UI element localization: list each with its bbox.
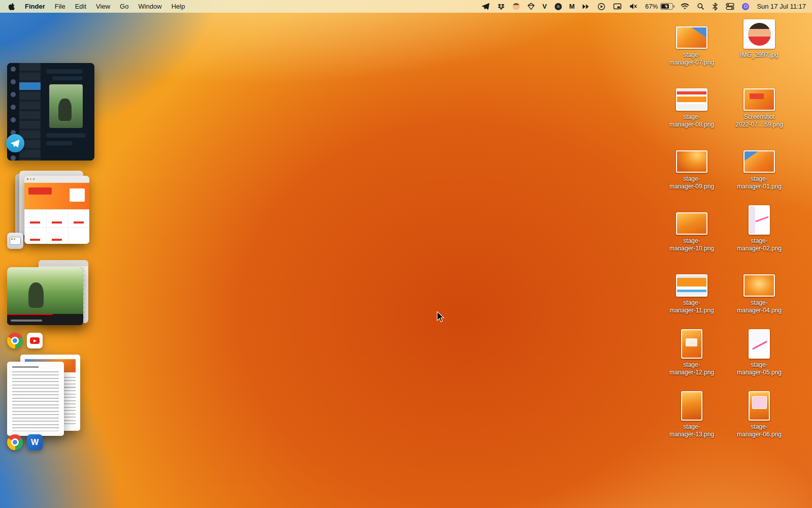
file-thumbnail bbox=[743, 88, 775, 111]
display-icon[interactable] bbox=[613, 0, 622, 13]
file-thumbnail bbox=[743, 19, 775, 49]
volume-muted-icon[interactable] bbox=[629, 0, 637, 13]
desktop-icon-stage-manager-10[interactable]: stage-manager-10.png bbox=[660, 203, 723, 252]
desktop-icon-stage-manager-04[interactable]: stage-manager-04.png bbox=[728, 265, 791, 314]
spotlight-search-icon[interactable] bbox=[697, 0, 704, 13]
file-name: stage-manager-09.png bbox=[669, 175, 714, 190]
file-name: stage-manager-02.png bbox=[737, 237, 782, 252]
telegram-icon[interactable] bbox=[482, 0, 490, 13]
menu-file[interactable]: File bbox=[55, 3, 65, 10]
file-thumbnail bbox=[749, 205, 770, 235]
desktop-icon-stage-manager-09[interactable]: stage-manager-09.png bbox=[660, 141, 723, 190]
diamond-app-icon[interactable] bbox=[527, 0, 535, 13]
document-window-thumbnail bbox=[7, 362, 64, 436]
menu-bar: Finder File Edit View Go Window Help V M bbox=[0, 0, 812, 13]
file-thumbnail bbox=[676, 150, 707, 173]
file-thumbnail bbox=[676, 88, 707, 111]
m-app-icon[interactable]: M bbox=[569, 0, 575, 13]
apple-menu[interactable] bbox=[8, 0, 15, 13]
dropbox-icon[interactable] bbox=[497, 0, 505, 13]
desktop-icon-stage-manager-08[interactable]: stage-manager-08.png bbox=[660, 79, 723, 129]
file-thumbnail bbox=[743, 274, 775, 297]
file-thumbnail bbox=[681, 391, 702, 421]
file-name: stage-manager-08.png bbox=[669, 113, 714, 129]
file-thumbnail bbox=[681, 329, 702, 359]
forward-icon[interactable] bbox=[582, 0, 590, 13]
video-window-thumbnail bbox=[7, 267, 83, 325]
battery-percent: 67% bbox=[645, 3, 658, 10]
wifi-icon[interactable] bbox=[681, 0, 689, 13]
file-name: stage-manager-06.png bbox=[737, 423, 782, 438]
file-thumbnail bbox=[749, 391, 770, 421]
file-name: stage-manager-07.png bbox=[669, 51, 714, 67]
stage-stack-youtube[interactable] bbox=[6, 260, 89, 352]
camera-app-icon[interactable] bbox=[555, 0, 562, 13]
memoji-icon[interactable] bbox=[513, 0, 520, 13]
file-thumbnail bbox=[749, 329, 770, 359]
v-app-icon[interactable]: V bbox=[543, 0, 547, 13]
file-thumbnail bbox=[743, 150, 775, 173]
stage-stack-browser-shopping[interactable] bbox=[6, 171, 91, 252]
file-name: stage-manager-12.png bbox=[669, 361, 714, 376]
play-circle-icon[interactable] bbox=[597, 0, 605, 13]
desktop-icon-stage-manager-06[interactable]: stage-manager-06.png bbox=[728, 389, 791, 438]
desktop-icon-stage-manager-02[interactable]: stage-manager-02.png bbox=[728, 203, 791, 252]
menu-app-name[interactable]: Finder bbox=[25, 3, 45, 10]
desktop-icon-screenshot[interactable]: Screenshot2022-07....59.png bbox=[728, 79, 791, 129]
file-name: stage-manager-13.png bbox=[669, 423, 714, 438]
file-name: stage-manager-10.png bbox=[669, 237, 714, 252]
desktop-icon-stage-manager-11[interactable]: stage-manager-11.png bbox=[660, 265, 723, 314]
stage-stack-telegram[interactable] bbox=[6, 63, 96, 163]
desktop-icon-stage-manager-07[interactable]: stage-manager-07.png bbox=[660, 17, 723, 67]
window-app-icon[interactable] bbox=[7, 233, 23, 249]
desktop-icon-img-2997[interactable]: IMG_2997.jpg bbox=[728, 17, 791, 59]
control-center-icon[interactable] bbox=[726, 0, 734, 13]
purple-app-icon[interactable] bbox=[742, 0, 749, 13]
desktop-icon-stage-manager-13[interactable]: stage-manager-13.png bbox=[660, 389, 723, 438]
menu-help[interactable]: Help bbox=[172, 3, 185, 10]
file-name: stage-manager-05.png bbox=[737, 361, 782, 376]
menu-edit[interactable]: Edit bbox=[75, 3, 86, 10]
shopping-window-thumbnail bbox=[24, 176, 89, 244]
file-thumbnail bbox=[676, 212, 707, 235]
menu-go[interactable]: Go bbox=[120, 3, 128, 10]
telegram-app-icon[interactable] bbox=[6, 134, 24, 152]
desktop-icon-stage-manager-05[interactable]: stage-manager-05.png bbox=[728, 327, 791, 376]
word-glyph: W bbox=[31, 438, 39, 447]
word-app-icon[interactable]: W bbox=[27, 434, 43, 450]
battery-charging-icon bbox=[660, 3, 673, 10]
battery-status[interactable]: 67% bbox=[645, 3, 673, 10]
file-name: stage-manager-11.png bbox=[669, 299, 714, 314]
file-name: stage-manager-04.png bbox=[737, 299, 782, 314]
file-thumbnail bbox=[676, 274, 707, 297]
file-name: stage-manager-01.png bbox=[737, 175, 782, 190]
menu-bar-clock[interactable]: Sun 17 Jul 11:17 bbox=[757, 3, 806, 10]
menu-window[interactable]: Window bbox=[138, 3, 161, 10]
file-thumbnail bbox=[676, 26, 707, 49]
file-name: Screenshot2022-07....59.png bbox=[735, 113, 783, 129]
stage-stack-documents[interactable]: W bbox=[6, 355, 83, 454]
bluetooth-icon[interactable] bbox=[712, 0, 718, 13]
menu-view[interactable]: View bbox=[96, 3, 110, 10]
chrome-app-icon[interactable] bbox=[7, 333, 23, 348]
chrome-app-icon[interactable] bbox=[7, 434, 23, 450]
file-name: IMG_2997.jpg bbox=[740, 51, 778, 59]
desktop-icon-stage-manager-12[interactable]: stage-manager-12.png bbox=[660, 327, 723, 376]
youtube-app-icon[interactable] bbox=[27, 333, 43, 348]
desktop-icon-stage-manager-01[interactable]: stage-manager-01.png bbox=[728, 141, 791, 190]
